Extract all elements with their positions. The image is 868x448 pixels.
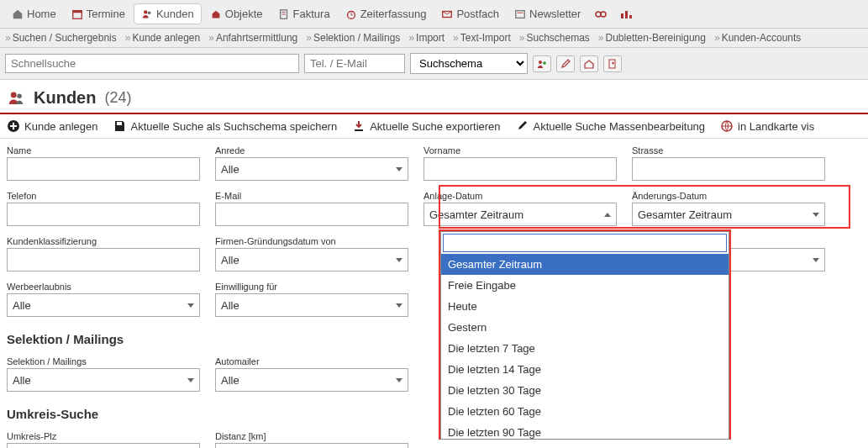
svg-point-21 <box>17 93 22 98</box>
chart-icon-button[interactable] <box>614 5 638 24</box>
label: Werbeerlaubnis <box>7 282 200 292</box>
document-icon <box>278 8 290 20</box>
tab-label: Home <box>27 8 56 20</box>
dropdown-option[interactable]: Freie Eingabe <box>441 275 729 296</box>
vorname-input[interactable] <box>423 157 617 181</box>
bulk-edit-button[interactable]: Aktuelle Suche Massenbearbeitung <box>516 119 706 133</box>
doc-plus-icon[interactable] <box>603 55 622 72</box>
dropdown-option[interactable]: Die letzten 90 Tage <box>441 422 729 439</box>
home-small-icon[interactable] <box>580 55 598 72</box>
dropdown-option[interactable]: Die letzten 14 Tage <box>441 359 729 380</box>
svg-rect-16 <box>625 11 628 18</box>
email-input[interactable] <box>215 203 408 226</box>
save-schema-button[interactable]: Aktuelle Suche als Suchschema speichern <box>113 119 337 133</box>
add-customer-button[interactable]: Kunde anlegen <box>7 119 97 133</box>
selm-select[interactable]: Alle <box>7 368 200 392</box>
subnav-link[interactable]: »Dubletten-Bereinigung <box>598 32 706 44</box>
search-form: Name AnredeAlle Vorname Strasse Telefon … <box>0 139 868 448</box>
tab-label: Objekte <box>225 8 263 20</box>
dropdown-option[interactable]: Die letzten 7 Tage <box>441 338 729 359</box>
field-telefon: Telefon <box>7 191 200 226</box>
strasse-input[interactable] <box>632 157 825 181</box>
field-anlage-datum: Anlage-DatumGesamter Zeitraum <box>423 191 617 226</box>
tab-label: Termine <box>87 8 125 20</box>
link-icon-button[interactable] <box>589 5 613 24</box>
label: Änderungs-Datum <box>632 191 825 201</box>
tab-kunden[interactable]: Kunden <box>134 3 202 24</box>
svg-rect-15 <box>621 13 623 18</box>
autom-select[interactable]: Alle <box>215 368 408 392</box>
field-dist: Distanz [km] <box>215 431 408 448</box>
subnav-link[interactable]: »Import <box>408 32 445 44</box>
einw-select[interactable]: Alle <box>215 293 408 317</box>
section-selektion: Selektion / Mailings <box>7 332 861 346</box>
action-label: in Landkarte vis <box>738 120 814 133</box>
tab-postfach[interactable]: Postfach <box>434 4 506 24</box>
anrede-select[interactable]: Alle <box>215 157 408 181</box>
svg-point-3 <box>148 11 151 14</box>
anlage-select[interactable]: Gesamter Zeitraum <box>423 203 617 226</box>
dropdown-options: Gesamter Zeitraum Freie Eingabe Heute Ge… <box>441 254 729 439</box>
label: Telefon <box>7 191 200 201</box>
subnav-link[interactable]: »Suchen / Suchergebnis <box>5 32 117 44</box>
subnav-link[interactable]: »Suchschemas <box>519 32 590 44</box>
schema-select[interactable]: Suchschema <box>410 53 528 74</box>
dropdown-option[interactable]: Gestern <box>441 317 729 338</box>
calendar-icon <box>71 8 83 20</box>
dist-input[interactable] <box>215 443 408 448</box>
edit-icon[interactable] <box>556 55 575 72</box>
tel-email-input[interactable] <box>304 54 405 73</box>
house-icon <box>210 8 222 20</box>
field-einw: Einwilligung fürAlle <box>215 282 408 317</box>
svg-point-18 <box>539 61 542 64</box>
section-umkreis: Umkreis-Suche <box>7 407 861 421</box>
dropdown-search-input[interactable] <box>443 234 727 252</box>
label: Einwilligung für <box>215 282 408 292</box>
clock-icon <box>345 8 357 20</box>
subnav-link[interactable]: »Kunden-Accounts <box>714 32 801 44</box>
action-label: Kunde anlegen <box>24 120 97 133</box>
quicksearch-input[interactable] <box>5 54 299 73</box>
tab-zeit[interactable]: Zeiterfassung <box>339 4 434 24</box>
dropdown-option[interactable]: Heute <box>441 296 729 317</box>
dropdown-option[interactable]: Die letzten 30 Tage <box>441 380 729 401</box>
tab-termine[interactable]: Termine <box>65 4 132 24</box>
aender-select[interactable]: Gesamter Zeitraum <box>632 203 825 226</box>
action-label: Aktuelle Suche exportieren <box>370 120 500 133</box>
user-plus-icon[interactable] <box>533 55 551 72</box>
export-button[interactable]: Aktuelle Suche exportieren <box>352 119 500 133</box>
field-plz: Umkreis-Plz <box>7 431 200 448</box>
name-input[interactable] <box>7 157 200 181</box>
field-name: Name <box>7 145 200 181</box>
dropdown-option[interactable]: Die letzten 60 Tage <box>441 401 729 422</box>
label: Distanz [km] <box>215 431 408 441</box>
map-view-button[interactable]: in Landkarte vis <box>720 119 814 133</box>
subnav-link[interactable]: »Kunde anlegen <box>125 32 200 44</box>
label: Name <box>7 145 200 155</box>
tab-faktura[interactable]: Faktura <box>271 4 337 24</box>
tab-objekte[interactable]: Objekte <box>203 4 270 24</box>
users-icon <box>7 89 25 108</box>
plz-input[interactable] <box>7 443 200 448</box>
label: Vorname <box>423 145 617 155</box>
dropdown-option[interactable]: Gesamter Zeitraum <box>441 254 729 275</box>
field-anrede: AnredeAlle <box>215 145 408 181</box>
tab-home[interactable]: Home <box>5 4 63 24</box>
count-badge: (24) <box>104 89 131 107</box>
subnav-link[interactable]: »Text-Import <box>453 32 511 44</box>
klass-input[interactable] <box>7 248 200 271</box>
field-werbe: WerbeerlaubnisAlle <box>7 282 200 317</box>
tab-label: Faktura <box>293 8 330 20</box>
telefon-input[interactable] <box>7 203 200 226</box>
subnav-link[interactable]: »Selektion / Mailings <box>306 32 400 44</box>
tab-label: Zeiterfassung <box>360 8 427 20</box>
svg-point-2 <box>144 10 147 13</box>
svg-rect-19 <box>609 60 615 68</box>
subnav-link[interactable]: »Anfahrtsermittlung <box>208 32 297 44</box>
action-bar: Kunde anlegen Aktuelle Suche als Suchsch… <box>0 114 868 139</box>
label: Firmen-Gründungsdatum von <box>215 236 408 246</box>
werbe-select[interactable]: Alle <box>7 293 200 317</box>
firmg-select[interactable]: Alle <box>215 248 408 271</box>
label: E-Mail <box>215 191 408 201</box>
tab-newsletter[interactable]: Newsletter <box>508 4 587 24</box>
